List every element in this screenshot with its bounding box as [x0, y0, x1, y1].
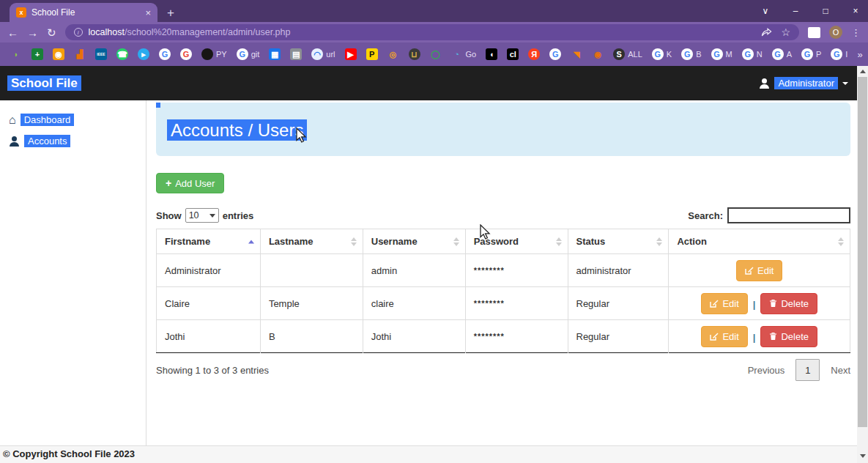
add-user-button[interactable]: + Add User: [156, 173, 224, 193]
bookmark-item[interactable]: ◯: [430, 48, 442, 60]
extension-icon[interactable]: [808, 27, 820, 38]
site-info-icon[interactable]: i: [74, 28, 83, 37]
bookmark-item[interactable]: ⊔: [409, 48, 420, 60]
url-bar[interactable]: i localhost/school%20management/admin/us…: [65, 24, 799, 40]
bookmark-favicon: G: [831, 48, 842, 60]
column-header-action[interactable]: Action: [669, 229, 850, 254]
sidebar-item-accounts[interactable]: Accounts: [9, 135, 146, 147]
sort-icon: [656, 237, 662, 246]
bookmark-item[interactable]: ◥: [571, 48, 582, 60]
scrollbar-thumb[interactable]: [858, 77, 867, 427]
bookmark-favicon: G: [180, 48, 192, 60]
bookmark-item[interactable]: ◗: [10, 48, 22, 60]
forward-button[interactable]: →: [27, 27, 38, 38]
column-header-password[interactable]: Password: [465, 229, 568, 254]
bookmark-item[interactable]: ▤: [290, 48, 302, 60]
column-header-status[interactable]: Status: [568, 229, 669, 254]
bookmark-item[interactable]: G: [159, 48, 171, 60]
bookmark-item[interactable]: ◉: [592, 48, 604, 60]
edit-button[interactable]: Edit: [736, 260, 782, 281]
bookmark-item[interactable]: ◎: [387, 48, 399, 60]
search-input[interactable]: [727, 207, 850, 223]
sidebar: ⌂ Dashboard Accounts: [0, 100, 146, 445]
bookmark-item[interactable]: Ggit: [237, 48, 260, 60]
bookmark-item[interactable]: ◠url: [311, 48, 335, 60]
column-header-username[interactable]: Username: [363, 229, 465, 254]
bookmark-item[interactable]: GP: [801, 48, 821, 60]
restore-button[interactable]: □: [820, 6, 831, 16]
bookmark-favicon: G: [159, 48, 171, 60]
edit-icon: [710, 299, 719, 308]
bookmark-item[interactable]: SALL: [613, 48, 642, 60]
bookmark-item[interactable]: ▶: [345, 48, 357, 60]
edit-button[interactable]: Edit: [701, 326, 747, 347]
browser-window: x School File × + ∨ – □ × ← → ↻ i localh…: [0, 0, 868, 463]
delete-button[interactable]: Delete: [760, 326, 817, 347]
cell-firstname: Claire: [157, 287, 261, 320]
main-panel: Accounts / Users + Add User Show 10 entr…: [146, 100, 857, 445]
bookmark-favicon: ⊔: [409, 48, 420, 60]
bookmark-item[interactable]: GK: [652, 48, 672, 60]
bookmark-item[interactable]: GM: [711, 48, 732, 60]
reload-button[interactable]: ↻: [47, 27, 56, 38]
back-button[interactable]: ←: [7, 27, 18, 38]
browser-menu-icon[interactable]: ⋮: [851, 27, 861, 38]
tab-close-icon[interactable]: ×: [145, 7, 151, 18]
share-icon[interactable]: [761, 28, 772, 37]
delete-button[interactable]: Delete: [760, 293, 817, 314]
pagination-next[interactable]: Next: [831, 365, 850, 376]
browser-tab[interactable]: x School File ×: [10, 3, 157, 22]
close-button[interactable]: ×: [850, 6, 861, 16]
bookmark-item[interactable]: ▟: [74, 48, 86, 60]
bookmark-item[interactable]: +: [31, 48, 43, 60]
minimize-button[interactable]: –: [790, 6, 801, 16]
cell-action: Edit | Delete: [669, 320, 850, 353]
sidebar-item-dashboard[interactable]: ⌂ Dashboard: [9, 114, 146, 126]
bookmark-star-icon[interactable]: ☆: [781, 26, 790, 38]
bookmark-item[interactable]: G: [549, 48, 561, 60]
entries-label: entries: [223, 210, 254, 221]
bookmark-item[interactable]: GB: [681, 48, 701, 60]
page-content: School File Administrator ⌂ Dashboard Ac…: [0, 66, 868, 463]
page-size-select[interactable]: 10: [185, 208, 219, 223]
bookmark-item[interactable]: G: [180, 48, 192, 60]
bookmark-favicon: ☎: [116, 48, 128, 60]
search-label: Search:: [688, 210, 723, 221]
new-tab-button[interactable]: +: [167, 6, 174, 21]
bookmark-item[interactable]: ◔Go: [451, 48, 477, 60]
pagination-page-1[interactable]: 1: [795, 359, 820, 381]
bookmark-favicon: ▶: [345, 48, 357, 60]
bookmark-favicon: ◠: [311, 48, 323, 60]
profile-avatar[interactable]: O: [829, 26, 842, 39]
bookmark-item[interactable]: GN: [742, 48, 763, 60]
bookmark-item[interactable]: ◉: [53, 48, 64, 60]
bookmark-item[interactable]: PY: [201, 48, 227, 60]
column-header-lastname[interactable]: Lastname: [260, 229, 363, 254]
vertical-scrollbar[interactable]: [857, 66, 868, 463]
tab-title: School File: [31, 7, 75, 18]
bookmark-item[interactable]: ◖: [486, 48, 497, 60]
scroll-down-icon[interactable]: [857, 451, 868, 462]
scroll-up-icon[interactable]: [857, 66, 868, 77]
tab-search-icon[interactable]: ∨: [760, 6, 771, 16]
pagination-previous[interactable]: Previous: [748, 365, 785, 376]
bookmark-item[interactable]: ☎: [116, 48, 128, 60]
bookmark-item[interactable]: ▦: [269, 48, 281, 60]
bookmark-item[interactable]: cl: [507, 48, 519, 60]
bookmark-favicon: G: [652, 48, 664, 60]
cell-password: ********: [465, 320, 568, 353]
bookmark-favicon: G: [549, 48, 561, 60]
bookmark-label: N: [757, 50, 763, 59]
bookmark-item[interactable]: GI: [831, 48, 847, 60]
bookmark-item[interactable]: GA: [772, 48, 792, 60]
bookmark-item[interactable]: ▸: [138, 48, 149, 60]
bookmark-item[interactable]: Я: [528, 48, 540, 60]
bookmark-favicon: S: [613, 48, 625, 60]
column-header-firstname[interactable]: Firstname: [157, 229, 261, 254]
bookmark-item[interactable]: P: [366, 48, 378, 60]
bookmark-item[interactable]: IEEE: [95, 48, 107, 60]
edit-button[interactable]: Edit: [701, 293, 747, 314]
bookmarks-overflow-icon[interactable]: »: [857, 49, 862, 60]
user-menu[interactable]: Administrator: [759, 77, 848, 89]
bookmark-favicon: ◉: [53, 48, 64, 60]
